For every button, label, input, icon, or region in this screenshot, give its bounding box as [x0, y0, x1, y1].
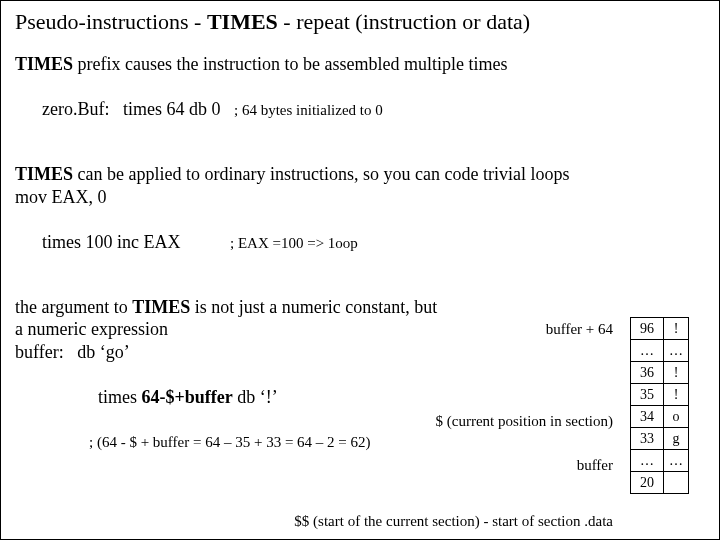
label-double-dollar: $$ (start of the current section) - star… [173, 513, 613, 530]
memory-diagram: 96! …… 36! 35! 34o 33g …… 20 [630, 317, 689, 494]
paragraph-1: TIMES prefix causes the instruction to b… [15, 53, 705, 143]
mem-addr: 34 [631, 406, 664, 428]
slide-frame: Pseudo-instructions - TIMES - repeat (in… [0, 0, 720, 540]
p1-code: zero.Buf: times 64 db 0 [42, 99, 234, 119]
mem-addr: … [631, 450, 664, 472]
title-tail: - repeat (instruction or data) [278, 9, 530, 34]
mem-addr: 36 [631, 362, 664, 384]
p2-code-1: mov EAX, 0 [15, 186, 705, 209]
p3-keyword: TIMES [132, 297, 190, 317]
mem-addr: 35 [631, 384, 664, 406]
title-lead: Pseudo-instructions - [15, 9, 207, 34]
mem-row: 20 [631, 472, 689, 494]
mem-addr: 20 [631, 472, 664, 494]
mem-row: 34o [631, 406, 689, 428]
p1-text: prefix causes the instruction to be asse… [73, 54, 507, 74]
p3-code-2b: 64-$+buffer [142, 387, 233, 407]
p2-comment: ; EAX =100 => 1oop [230, 235, 358, 251]
label-buffer-plus-64: buffer + 64 [483, 321, 613, 338]
mem-val: g [664, 428, 689, 450]
mem-row: …… [631, 340, 689, 362]
paragraph-2: TIMES can be applied to ordinary instruc… [15, 163, 705, 276]
mem-val: … [664, 340, 689, 362]
mem-row: …… [631, 450, 689, 472]
p3-math: ; (64 - $ + buffer = 64 – 35 + 33 = 64 –… [15, 433, 705, 452]
mem-val [664, 472, 689, 494]
p3-code-2c: db ‘!’ [233, 387, 278, 407]
mem-val: ! [664, 318, 689, 340]
p1-keyword: TIMES [15, 54, 73, 74]
mem-row: 96! [631, 318, 689, 340]
mem-val: ! [664, 362, 689, 384]
p3-code-1: buffer: db ‘go’ [15, 341, 705, 364]
mem-addr: … [631, 340, 664, 362]
p3-text-a: the argument to [15, 297, 132, 317]
slide-title: Pseudo-instructions - TIMES - repeat (in… [15, 9, 705, 35]
label-buffer: buffer [493, 457, 613, 474]
p3-text-c: is not just a numeric constant, but [190, 297, 437, 317]
mem-row: 36! [631, 362, 689, 384]
mem-val: … [664, 450, 689, 472]
mem-val: o [664, 406, 689, 428]
p2-keyword: TIMES [15, 164, 73, 184]
p1-comment: ; 64 bytes initialized to 0 [234, 102, 383, 118]
title-keyword: TIMES [207, 9, 278, 34]
p3-code-2a: times [98, 387, 142, 407]
mem-addr: 96 [631, 318, 664, 340]
p2-text: can be applied to ordinary instructions,… [73, 164, 569, 184]
mem-val: ! [664, 384, 689, 406]
mem-addr: 33 [631, 428, 664, 450]
mem-row: 33g [631, 428, 689, 450]
p2-code-2: times 100 inc EAX [42, 232, 230, 252]
mem-row: 35! [631, 384, 689, 406]
label-dollar: $ (current position in section) [353, 413, 613, 430]
